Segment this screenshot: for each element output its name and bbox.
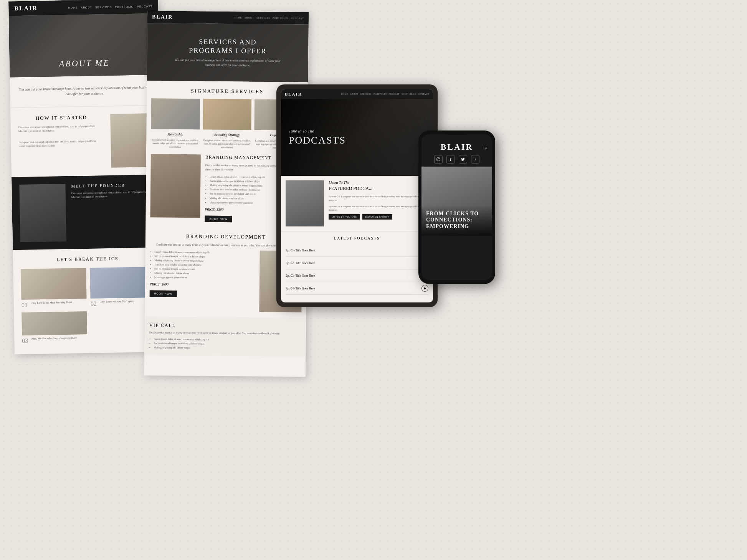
about-ice-title: LET'S BREAK THE ICE bbox=[21, 255, 155, 263]
about-founder-title: MEET THE FOUNDER bbox=[71, 182, 154, 188]
about-how-section: HOW IT STARTED Excepteur sint occaecat c… bbox=[10, 105, 161, 177]
service-branding: Branding Strategy Excepteur sint occaeca… bbox=[203, 99, 252, 149]
ep2-label: Ep. 02- Title Goes Here bbox=[286, 261, 315, 265]
podcast-buttons: LISTEN ON YOUTUBE LISTEN ON SPOTIFY bbox=[329, 214, 428, 220]
tab-nav-about[interactable]: ABOUT bbox=[350, 93, 358, 95]
about-founder-body: Excepteur sint occaecat cupidatat non pr… bbox=[71, 190, 154, 200]
podcast-featured-image bbox=[286, 180, 324, 226]
tiktok-icon[interactable]: ♪ bbox=[471, 155, 479, 164]
instagram-icon[interactable] bbox=[434, 155, 443, 164]
services-logo: BLAIR bbox=[152, 14, 173, 20]
phone-cta-text: FROM CLICKS TO CONNECTIONS: EMPOWERING bbox=[426, 211, 488, 230]
nav-home[interactable]: HOME bbox=[68, 6, 78, 9]
ice-item-1: 01 Chay Latte is my Must Morning Drink bbox=[21, 268, 87, 309]
branding-image bbox=[150, 154, 200, 218]
tablet-header: BLAIR HOME ABOUT SERVICES PORTFOLIO PODC… bbox=[281, 89, 433, 99]
service-desc-1: Excepteur sint occaecat cupidatat non pr… bbox=[151, 138, 200, 149]
phone-logo: BLAIR bbox=[425, 142, 488, 152]
book-now-button-2[interactable]: BOOK NOW bbox=[150, 290, 177, 297]
podcast-episode-2[interactable]: Ep. 02- Title Goes Here ▶ bbox=[286, 257, 428, 269]
about-nav: HOME ABOUT SERVICES PORTFOLIO PODCAST bbox=[68, 5, 153, 9]
nav-about[interactable]: ABOUT bbox=[81, 6, 92, 9]
svc-nav-about[interactable]: ABOUT bbox=[244, 17, 254, 19]
podcast-feat-label: Listen To The bbox=[329, 180, 428, 185]
ep1-label: Ep. 01- Title Goes Here bbox=[286, 249, 315, 252]
svc-nav-services[interactable]: SERVICES bbox=[256, 17, 270, 19]
phone-menu-icon[interactable]: ≡ bbox=[484, 145, 488, 151]
nav-portfolio[interactable]: PORTFOLIO bbox=[115, 5, 134, 8]
twitter-icon[interactable] bbox=[459, 155, 467, 164]
branding-dev-price: PRICE: $600 bbox=[150, 282, 255, 287]
svg-point-2 bbox=[439, 158, 440, 159]
service-img-2 bbox=[203, 99, 251, 130]
listen-youtube-button[interactable]: LISTEN ON YOUTUBE bbox=[329, 214, 360, 220]
phone-notch bbox=[445, 131, 468, 135]
podcast-feat-desc2: Episode 20: Excepteur sint occaecat cupi… bbox=[329, 205, 428, 212]
podcast-hero-text: Tune In To The PODCASTS bbox=[281, 121, 354, 154]
service-label-2: Branding Strategy bbox=[203, 132, 251, 137]
latest-podcasts-section: LATEST PODCASTS Ep. 01- Title Goes Here … bbox=[281, 231, 433, 299]
podcast-featured-content: Listen To The FEATURED PODCA... Episode … bbox=[329, 180, 428, 226]
ice-num-1: 01 bbox=[21, 302, 28, 309]
nav-services[interactable]: SERVICES bbox=[95, 5, 112, 8]
about-how-text: HOW IT STARTED Excepteur sint occaecat c… bbox=[18, 114, 105, 169]
about-how-title: HOW IT STARTED bbox=[18, 114, 104, 122]
about-hero-title: ABOUT ME bbox=[59, 58, 110, 69]
about-how-body2: Excepteur sint occaecat cupidatat non pr… bbox=[18, 139, 105, 149]
tab-nav-blog[interactable]: BLOG bbox=[410, 93, 416, 95]
services-hero-title: SERVICES ANDPROGRAMS I OFFER bbox=[189, 37, 266, 56]
ice-text-3: Alex, My Son who always keeps me Busy bbox=[31, 336, 77, 341]
about-ice-section: LET'S BREAK THE ICE 01 Chay Latte is my … bbox=[13, 247, 164, 352]
about-hero: ABOUT ME bbox=[9, 13, 160, 78]
about-founder-image bbox=[19, 184, 66, 242]
branding-dev-text: Lorem ipsum dolor sit amet, consectetur … bbox=[149, 249, 255, 312]
ice-image-3 bbox=[21, 311, 87, 335]
about-how-body1: Excepteur sint occaecat cupidatat non pr… bbox=[18, 124, 105, 134]
tab-nav-portfolio[interactable]: PORTFOLIO bbox=[374, 93, 387, 95]
svc-nav-home[interactable]: HOME bbox=[234, 17, 242, 19]
tab-nav-shop[interactable]: SHOP bbox=[402, 93, 408, 95]
service-label-1: Mentorship bbox=[151, 132, 200, 136]
podcast-main-title: PODCASTS bbox=[289, 135, 346, 146]
about-ice-grid: 01 Chay Latte is my Must Morning Drink 0… bbox=[21, 267, 156, 344]
podcast-episode-4[interactable]: Ep. 04- Title Goes Here ▶ bbox=[286, 282, 428, 295]
service-mentorship: Mentorship Excepteur sint occaecat cupid… bbox=[151, 98, 200, 149]
podcast-episode-3[interactable]: Ep. 03- Title Goes Here ▶ bbox=[286, 269, 428, 282]
tablet-frame: BLAIR HOME ABOUT SERVICES PORTFOLIO PODC… bbox=[276, 84, 438, 307]
tab-nav-home[interactable]: HOME bbox=[341, 93, 348, 95]
ice-text-2: Can't Leave without My Laptop bbox=[100, 300, 134, 304]
about-brand-message: You can put your brand message here. A o… bbox=[10, 75, 160, 108]
podcast-hero: Tune In To The PODCASTS bbox=[281, 99, 433, 176]
svc-nav-podcast[interactable]: PODCAST bbox=[291, 17, 304, 19]
ep4-play-icon[interactable]: ▶ bbox=[421, 285, 428, 292]
listen-spotify-button[interactable]: LISTEN ON SPOTIFY bbox=[362, 214, 393, 220]
nav-podcast[interactable]: PODCAST bbox=[137, 5, 152, 8]
service-desc-2: Excepteur sint occaecat cupidatat non pr… bbox=[203, 138, 251, 149]
podcast-feat-heading: FEATURED PODCA... bbox=[329, 186, 428, 192]
branding-dev-list: Lorem ipsum dolor sit amet, consectetur … bbox=[150, 249, 255, 280]
podcast-episode-1[interactable]: Ep. 01- Title Goes Here ▶ bbox=[286, 244, 428, 257]
tab-nav-services[interactable]: SERVICES bbox=[360, 93, 372, 95]
svg-point-1 bbox=[438, 159, 439, 160]
ice-text-1: Chay Latte is my Must Morning Drink bbox=[31, 301, 73, 305]
podcast-featured-section: Listen To The FEATURED PODCA... Episode … bbox=[281, 176, 433, 231]
services-nav: HOME ABOUT SERVICES PORTFOLIO PODCAST bbox=[234, 17, 304, 20]
tablet-logo: BLAIR bbox=[285, 92, 302, 96]
phone-hero-overlay: FROM CLICKS TO CONNECTIONS: EMPOWERING bbox=[421, 205, 492, 236]
services-header: BLAIR HOME ABOUT SERVICES PORTFOLIO PODC… bbox=[147, 11, 309, 25]
facebook-icon[interactable]: f bbox=[446, 155, 455, 164]
svc-nav-portfolio[interactable]: PORTFOLIO bbox=[273, 17, 289, 19]
tab-nav-podcast[interactable]: PODCAST bbox=[388, 93, 400, 95]
services-hero-sub: You can put your brand message here. A o… bbox=[174, 58, 281, 68]
ep4-label: Ep. 04- Title Goes Here bbox=[286, 287, 315, 290]
about-logo: BLAIR bbox=[14, 5, 38, 12]
tablet-nav: HOME ABOUT SERVICES PORTFOLIO PODCAST SH… bbox=[341, 93, 429, 95]
ep3-label: Ep. 03- Title Goes Here bbox=[286, 274, 315, 278]
tablet-screen: BLAIR HOME ABOUT SERVICES PORTFOLIO PODC… bbox=[281, 89, 433, 302]
latest-podcasts-title: LATEST PODCASTS bbox=[286, 236, 428, 240]
phone-screen: BLAIR f ♪ ≡ FROM CLICKS TO CONNECTIONS: … bbox=[421, 134, 492, 280]
vip-section: VIP CALL Duplicate this section as many … bbox=[144, 317, 306, 357]
podcast-feat-desc1: Episode 23: Excepteur sint occaecat cupi… bbox=[329, 195, 428, 202]
book-now-button-1[interactable]: BOOK NOW bbox=[205, 215, 232, 222]
tab-nav-contact[interactable]: CONTACT bbox=[418, 93, 429, 95]
